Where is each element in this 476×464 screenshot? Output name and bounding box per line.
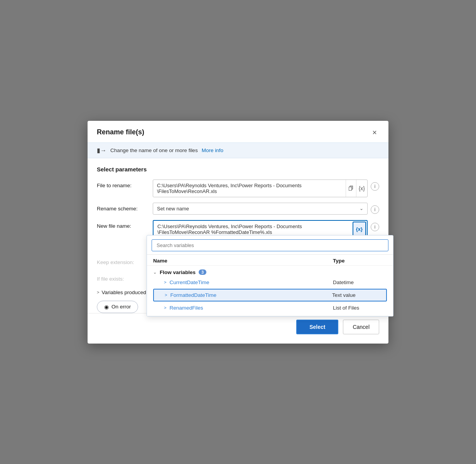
info-text: Change the name of one or more files <box>110 147 198 153</box>
var-row-formatteddatetime[interactable]: > FormattedDateTime Text value <box>153 289 387 301</box>
close-button[interactable]: × <box>370 128 379 137</box>
rename-scheme-label: Rename scheme: <box>97 203 153 212</box>
file-to-rename-control: 🗍 {x} i <box>153 180 379 197</box>
cancel-button[interactable]: Cancel <box>343 320 379 334</box>
rename-scheme-control: Set new name ⌄ i <box>153 203 379 215</box>
var-type-formatteddatetime: Text value <box>332 292 386 298</box>
new-file-name-label: New file name: <box>97 220 153 229</box>
file-to-rename-input-wrap: 🗍 {x} <box>153 180 368 197</box>
new-file-name-info[interactable]: i <box>371 223 379 231</box>
dialog-header: Rename file(s) × <box>88 121 388 142</box>
flow-variables-header[interactable]: ⌄ Flow variables 3 <box>153 268 387 277</box>
file-to-rename-info[interactable]: i <box>371 182 379 191</box>
rename-icon: ▮→ <box>97 147 106 154</box>
var-type-renamedfiles: List of Files <box>333 305 387 311</box>
on-error-label: On error <box>111 304 131 310</box>
rename-scheme-row: Rename scheme: Set new name ⌄ i <box>97 203 379 215</box>
file-browse-icon[interactable]: 🗍 <box>346 180 356 197</box>
file-variable-icon[interactable]: {x} <box>356 180 367 197</box>
select-button[interactable]: Select <box>296 320 338 334</box>
rename-scheme-dropdown[interactable]: Set new name ⌄ <box>153 203 368 215</box>
var-name-renamedfiles: RenamedFiles <box>169 305 333 311</box>
info-banner: ▮→ Change the name of one or more files … <box>88 142 388 158</box>
on-error-button[interactable]: ◉ On error <box>97 301 138 313</box>
flow-variables-group: ⌄ Flow variables 3 > CurrentDateTime Dat… <box>147 266 393 316</box>
flow-group-label: Flow variables <box>160 269 196 275</box>
vars-produced-chevron-icon: > <box>97 290 99 295</box>
var-name-currentdatetime: CurrentDateTime <box>169 279 333 285</box>
file-to-rename-row: File to rename: 🗍 {x} i <box>97 180 379 197</box>
col-type-header: Type <box>333 258 387 264</box>
variable-picker-popup: Name Type ⌄ Flow variables 3 > CurrentDa… <box>147 235 393 317</box>
flow-variables-count: 3 <box>199 269 206 275</box>
rename-files-dialog: Rename file(s) × ▮→ Change the name of o… <box>88 121 388 344</box>
dialog-footer: Select Cancel <box>88 313 388 344</box>
section-title: Select parameters <box>97 166 379 173</box>
var-row-currentdatetime[interactable]: > CurrentDateTime Datetime <box>153 277 387 288</box>
var-expand-icon: > <box>164 305 166 310</box>
var-expand-icon: > <box>165 293 167 297</box>
shield-icon: ◉ <box>104 304 109 310</box>
new-file-variable-icon[interactable]: {x} <box>353 222 366 237</box>
vars-produced-label: Variables produced <box>101 290 146 295</box>
search-input[interactable] <box>152 239 388 251</box>
col-name-header: Name <box>153 258 333 264</box>
var-search-wrap <box>147 235 393 255</box>
file-to-rename-input[interactable] <box>153 180 346 197</box>
dialog-title: Rename file(s) <box>97 128 144 136</box>
if-file-exists-label: If file exists: <box>97 273 153 282</box>
file-to-rename-label: File to rename: <box>97 180 153 188</box>
more-info-link[interactable]: More info <box>202 147 223 153</box>
var-type-currentdatetime: Datetime <box>333 279 387 285</box>
var-table-header: Name Type <box>147 255 393 266</box>
flow-group-chevron-icon: ⌄ <box>153 270 157 275</box>
var-row-renamedfiles[interactable]: > RenamedFiles List of Files <box>153 302 387 313</box>
keep-extension-label: Keep extension: <box>97 256 153 265</box>
rename-scheme-info[interactable]: i <box>371 205 379 214</box>
var-expand-icon: > <box>164 280 166 284</box>
rename-scheme-value: Set new name <box>157 206 189 212</box>
dialog-container: Rename file(s) × ▮→ Change the name of o… <box>88 121 388 344</box>
chevron-down-icon: ⌄ <box>360 206 363 211</box>
var-name-formatteddatetime: FormattedDateTime <box>170 292 332 298</box>
